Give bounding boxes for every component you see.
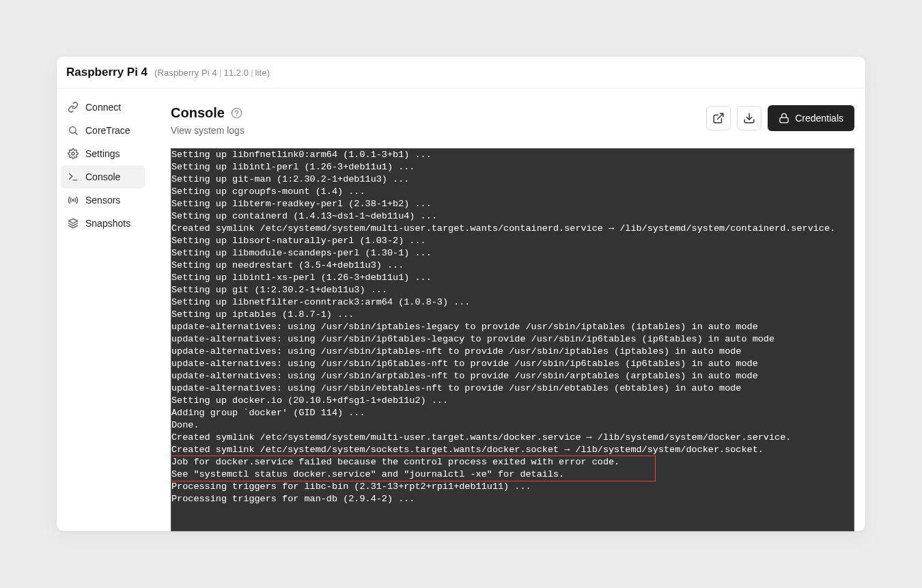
terminal-line: Setting up libintl-xs-perl (1.26-3+deb11…	[171, 272, 854, 284]
sidebar-item-label: Sensors	[85, 195, 120, 206]
terminal-line: Setting up containerd (1.4.13~ds1-1~deb1…	[171, 210, 854, 223]
sidebar-item-connect[interactable]: Connect	[61, 96, 145, 119]
terminal[interactable]: Setting up libnfnetlink0:arm64 (1.0.1-3+…	[171, 148, 854, 531]
terminal-line: Done.	[171, 419, 854, 432]
gear-icon	[68, 148, 79, 159]
terminal-line: Setting up libintl-perl (1.26-3+deb11u1)…	[171, 161, 854, 173]
svg-marker-5	[68, 219, 77, 223]
svg-rect-10	[780, 117, 788, 122]
device-version: 11.2.0	[223, 68, 249, 78]
svg-line-8	[718, 113, 723, 119]
terminal-line: Job for docker.service failed because th…	[171, 456, 854, 468]
sidebar-item-coretrace[interactable]: CoreTrace	[61, 119, 145, 142]
terminal-line: update-alternatives: using /usr/sbin/ebt…	[171, 382, 854, 395]
terminal-line: Setting up git (1:2.30.2-1+deb11u3) ...	[171, 284, 854, 296]
open-external-button[interactable]	[706, 106, 731, 130]
terminal-line: Setting up libnfnetlink0:arm64 (1.0.1-3+…	[171, 149, 854, 161]
broadcast-icon	[68, 195, 79, 206]
layers-icon	[68, 218, 79, 229]
sidebar-item-label: Connect	[85, 102, 121, 113]
terminal-line: Setting up docker.io (20.10.5+dfsg1-1+de…	[171, 395, 854, 407]
download-icon	[743, 112, 755, 124]
terminal-line: Created symlink /etc/systemd/system/mult…	[171, 432, 854, 444]
terminal-line: Created symlink /etc/systemd/system/sock…	[171, 444, 854, 456]
sidebar-item-label: Snapshots	[85, 218, 130, 229]
help-icon[interactable]	[231, 107, 242, 119]
svg-point-4	[72, 199, 74, 201]
terminal-line: Created symlink /etc/systemd/system/mult…	[171, 223, 854, 235]
terminal-line: Setting up libmodule-scandeps-perl (1.30…	[171, 247, 854, 260]
download-button[interactable]	[737, 106, 762, 130]
terminal-line: update-alternatives: using /usr/sbin/arp…	[171, 370, 854, 382]
device-model: Raspberry Pi 4	[158, 68, 217, 78]
device-card: Raspberry Pi 4 (Raspberry Pi 4|11.2.0|li…	[57, 57, 865, 531]
terminal-line: update-alternatives: using /usr/sbin/ip6…	[171, 358, 854, 370]
sidebar: Connect CoreTrace Settings Console	[57, 89, 149, 531]
sidebar-item-settings[interactable]: Settings	[61, 142, 145, 165]
main-panel: Console View system logs	[149, 89, 865, 531]
sidebar-item-label: CoreTrace	[85, 125, 130, 136]
device-meta: (Raspberry Pi 4|11.2.0|lite)	[154, 68, 270, 78]
credentials-button-label: Credentials	[795, 113, 843, 124]
terminal-line: Processing triggers for man-db (2.9.4-2)…	[171, 493, 854, 505]
lock-icon	[779, 113, 790, 124]
card-header: Raspberry Pi 4 (Raspberry Pi 4|11.2.0|li…	[57, 57, 865, 89]
main-header: Console View system logs	[171, 105, 854, 136]
svg-point-2	[72, 152, 74, 155]
terminal-line: Setting up iptables (1.8.7-1) ...	[171, 309, 854, 321]
actions: Credentials	[706, 105, 854, 131]
card-body: Connect CoreTrace Settings Console	[57, 89, 865, 531]
terminal-line: Setting up libsort-naturally-perl (1.03-…	[171, 235, 854, 247]
terminal-line: Setting up needrestart (3.5-4+deb11u3) .…	[171, 260, 854, 272]
terminal-line: Adding group `docker' (GID 114) ...	[171, 407, 854, 419]
terminal-line: update-alternatives: using /usr/sbin/ip6…	[171, 333, 854, 346]
terminal-output: Setting up libnfnetlink0:arm64 (1.0.1-3+…	[171, 149, 854, 505]
page-subtitle: View system logs	[171, 125, 245, 136]
terminal-line: Processing triggers for libc-bin (2.31-1…	[171, 481, 854, 493]
terminal-line: See "systemctl status docker.service" an…	[171, 468, 854, 481]
page-title: Console	[171, 105, 225, 121]
link-icon	[68, 102, 79, 113]
external-link-icon	[712, 112, 725, 124]
terminal-line: Setting up libterm-readkey-perl (2.38-1+…	[171, 198, 854, 210]
sidebar-item-console[interactable]: Console	[61, 165, 145, 188]
terminal-line: Setting up libnetfilter-conntrack3:arm64…	[171, 296, 854, 309]
credentials-button[interactable]: Credentials	[768, 105, 854, 131]
search-icon	[68, 125, 79, 136]
sidebar-item-label: Console	[85, 171, 120, 182]
terminal-line: update-alternatives: using /usr/sbin/ipt…	[171, 321, 854, 333]
terminal-icon	[68, 171, 79, 182]
terminal-line: Setting up git-man (1:2.30.2-1+deb11u3) …	[171, 173, 854, 186]
svg-line-1	[75, 132, 77, 135]
device-variant: lite	[255, 68, 267, 78]
terminal-line: update-alternatives: using /usr/sbin/ipt…	[171, 346, 854, 358]
device-title: Raspberry Pi 4	[66, 66, 148, 79]
sidebar-item-snapshots[interactable]: Snapshots	[61, 212, 145, 235]
sidebar-item-sensors[interactable]: Sensors	[61, 188, 145, 212]
sidebar-item-label: Settings	[85, 148, 120, 159]
terminal-line: Setting up cgroupfs-mount (1.4) ...	[171, 186, 854, 198]
